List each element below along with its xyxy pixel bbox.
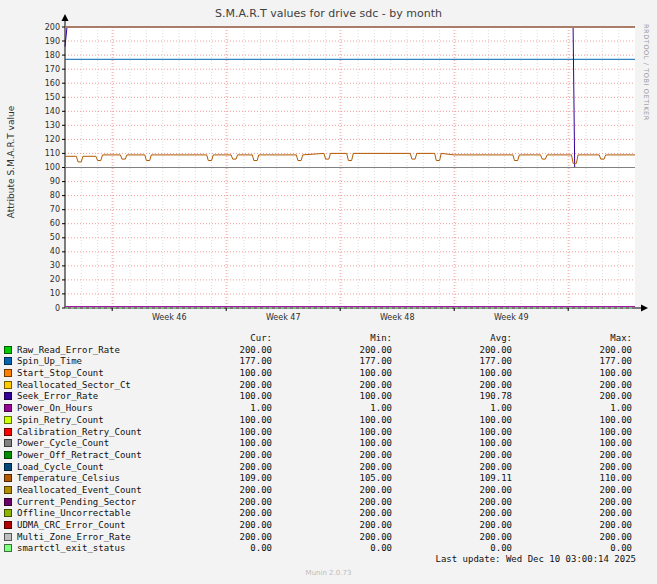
legend-row: Reallocated_Sector_Ct200.00200.00200.002… [0,379,657,391]
legend-swatch [4,486,12,494]
legend-row: Power_Cycle_Count100.00100.00100.00100.0… [0,437,657,449]
legend-column-header: Cur: [168,333,272,343]
legend-value: 190.78 [408,391,512,401]
legend-label: Raw_Read_Error_Rate [17,345,120,355]
legend-label: Calibration_Retry_Count [17,427,142,437]
legend-value: 100.00 [528,368,632,378]
legend: Cur:Min:Avg:Max:Raw_Read_Error_Rate200.0… [0,332,657,554]
chart-svg: 0102030405060708090100110120130140150160… [0,0,657,330]
legend-value: 200.00 [408,520,512,530]
legend-label: Current_Pending_Sector [17,497,136,507]
legend-label: Temperature_Celsius [17,473,120,483]
legend-value: 0.00 [168,543,272,553]
legend-value: 200.00 [528,380,632,390]
legend-swatch [4,439,12,447]
legend-swatch [4,357,12,365]
legend-value: 0.00 [288,543,392,553]
legend-value: 100.00 [528,438,632,448]
legend-value: 200.00 [528,508,632,518]
legend-value: 200.00 [168,497,272,507]
legend-row: Load_Cycle_Count200.00200.00200.00200.00 [0,461,657,473]
legend-value: 100.00 [408,415,512,425]
svg-text:40: 40 [50,247,60,256]
legend-label: Load_Cycle_Count [17,462,104,472]
legend-row: Temperature_Celsius109.00105.00109.11110… [0,472,657,484]
svg-text:120: 120 [45,135,60,144]
legend-label: Start_Stop_Count [17,368,104,378]
legend-swatch [4,346,12,354]
legend-label: Offline_Uncorrectable [17,508,131,518]
legend-value: 200.00 [528,345,632,355]
svg-text:0: 0 [55,304,60,313]
legend-swatch [4,498,12,506]
legend-swatch [4,509,12,517]
legend-label: Reallocated_Event_Count [17,485,142,495]
legend-value: 100.00 [288,415,392,425]
legend-value: 200.00 [288,380,392,390]
legend-value: 100.00 [288,427,392,437]
legend-value: 200.00 [528,532,632,542]
legend-swatch [4,369,12,377]
munin-graph: S.M.A.R.T values for drive sdc - by mont… [0,0,657,584]
legend-value: 100.00 [168,391,272,401]
legend-header-row: Cur:Min:Avg:Max: [0,332,657,344]
legend-value: 200.00 [168,508,272,518]
legend-swatch [4,416,12,424]
legend-value: 105.00 [288,473,392,483]
legend-value: 100.00 [408,368,512,378]
legend-value: 200.00 [288,520,392,530]
legend-value: 200.00 [408,345,512,355]
legend-value: 177.00 [528,356,632,366]
legend-row: Power_Off_Retract_Count200.00200.00200.0… [0,449,657,461]
legend-row: Reallocated_Event_Count200.00200.00200.0… [0,484,657,496]
legend-value: 200.00 [168,380,272,390]
legend-row: Raw_Read_Error_Rate200.00200.00200.00200… [0,344,657,356]
legend-column-header: Min: [288,333,392,343]
munin-version: Munin 2.0.73 [0,569,657,577]
legend-swatch [4,544,12,552]
legend-value: 200.00 [168,520,272,530]
svg-text:Week 49: Week 49 [494,313,529,322]
legend-value: 200.00 [408,450,512,460]
legend-row: Current_Pending_Sector200.00200.00200.00… [0,496,657,508]
legend-value: 200.00 [288,497,392,507]
legend-value: 1.00 [288,403,392,413]
svg-text:150: 150 [45,93,60,102]
legend-value: 109.00 [168,473,272,483]
legend-value: 200.00 [528,450,632,460]
svg-text:200: 200 [45,23,60,32]
legend-value: 177.00 [288,356,392,366]
legend-swatch [4,474,12,482]
legend-value: 200.00 [408,380,512,390]
svg-text:Week 46: Week 46 [152,313,187,322]
legend-swatch [4,381,12,389]
legend-value: 200.00 [528,520,632,530]
legend-swatch [4,533,12,541]
legend-value: 200.00 [168,462,272,472]
svg-text:50: 50 [50,233,60,242]
svg-text:190: 190 [45,37,60,46]
svg-text:20: 20 [50,275,60,284]
legend-value: 1.00 [528,403,632,413]
legend-swatch [4,451,12,459]
legend-row: Power_On_Hours1.001.001.001.00 [0,402,657,414]
legend-column-header: Max: [528,333,632,343]
legend-value: 200.00 [528,391,632,401]
legend-value: 200.00 [288,345,392,355]
legend-value: 200.00 [528,485,632,495]
legend-value: 100.00 [288,391,392,401]
legend-value: 100.00 [528,427,632,437]
legend-value: 109.11 [408,473,512,483]
svg-text:30: 30 [50,261,60,270]
svg-text:180: 180 [45,51,60,60]
legend-value: 200.00 [528,462,632,472]
legend-row: Spin_Retry_Count100.00100.00100.00100.00 [0,414,657,426]
svg-text:130: 130 [45,121,60,130]
legend-value: 200.00 [288,450,392,460]
legend-label: Multi_Zone_Error_Rate [17,532,131,542]
legend-label: Spin_Retry_Count [17,415,104,425]
last-update: Last update: Wed Dec 10 03:00:14 2025 [436,554,636,564]
legend-value: 200.00 [168,532,272,542]
svg-text:60: 60 [50,219,60,228]
legend-value: 0.00 [528,543,632,553]
